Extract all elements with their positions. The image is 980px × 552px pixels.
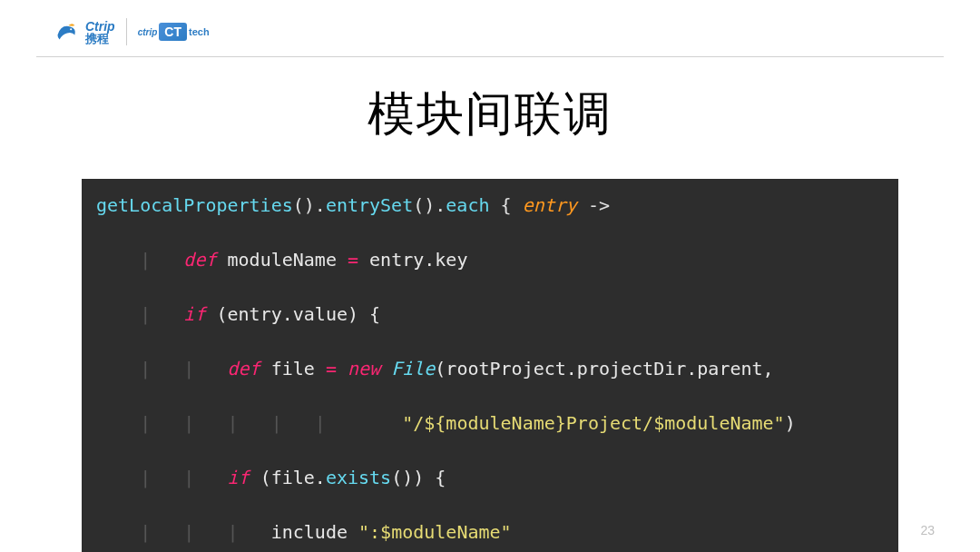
svg-point-0	[70, 28, 72, 30]
header-divider	[36, 56, 944, 57]
tech-small-text: ctrip	[138, 27, 158, 37]
logo-text-en: Ctrip	[85, 20, 115, 33]
logo-divider	[126, 18, 127, 45]
logo-text-cn: 携程	[85, 33, 115, 44]
slide-title: 模块间联调	[0, 83, 980, 146]
tech-box-text: CT	[159, 23, 187, 41]
code-line-4: | | def file = new File(rootProject.proj…	[96, 355, 884, 382]
dolphin-icon	[54, 19, 80, 44]
page-number: 23	[920, 523, 935, 537]
code-line-5: | | | | | "/${moduleName}Project/$module…	[96, 409, 884, 437]
code-block: getLocalProperties().entrySet().each { e…	[82, 179, 898, 552]
code-line-6: | | if (file.exists()) {	[96, 464, 884, 491]
code-line-1: getLocalProperties().entrySet().each { e…	[96, 192, 884, 219]
tech-label-text: tech	[189, 26, 210, 37]
ctrip-logo: Ctrip 携程	[54, 19, 115, 44]
code-line-7: | | | include ":$moduleName"	[96, 518, 884, 546]
code-line-3: | if (entry.value) {	[96, 301, 884, 328]
ctrip-tech-logo: ctrip CT tech	[138, 23, 210, 41]
code-line-2: | def moduleName = entry.key	[96, 246, 884, 273]
slide-header: Ctrip 携程 ctrip CT tech	[0, 0, 980, 56]
